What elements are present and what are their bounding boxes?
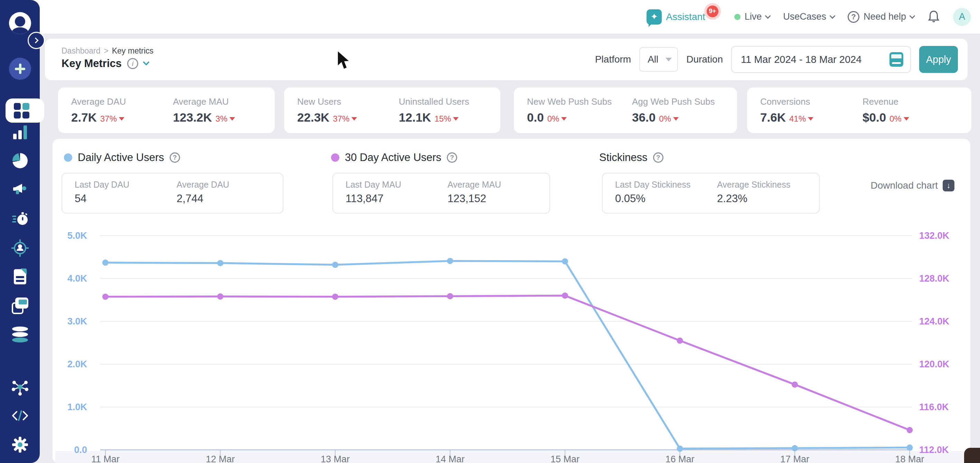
chevron-down-icon <box>829 13 835 19</box>
breadcrumb-root[interactable]: Dashboard <box>62 46 100 56</box>
mouse-cursor <box>337 50 352 72</box>
platform-select[interactable]: All <box>639 47 678 72</box>
info-icon[interactable]: i <box>127 58 138 69</box>
page-header-panel: Dashboard > Key metrics Key Metrics i Pl… <box>45 39 967 80</box>
bell-icon <box>928 10 940 24</box>
usecases-label: UseCases <box>783 11 826 22</box>
user-avatar[interactable]: A <box>953 8 971 26</box>
assistant-menu-item[interactable]: ✦ Assistant 9+ <box>646 10 721 24</box>
page-title: Key Metrics <box>62 57 122 70</box>
help-question-icon[interactable]: ? <box>653 153 663 163</box>
data-point[interactable] <box>217 260 224 266</box>
data-point[interactable] <box>217 293 224 299</box>
bar-chart-icon <box>13 126 27 139</box>
sidebar-item-content[interactable] <box>0 265 40 289</box>
live-status-dot <box>734 14 741 20</box>
select-caret-icon <box>665 58 672 62</box>
plus-icon <box>15 64 25 74</box>
data-point[interactable] <box>677 337 683 344</box>
sidebar-item-templates[interactable] <box>0 294 40 318</box>
live-label: Live <box>745 11 762 22</box>
help-question-icon[interactable]: ? <box>170 153 180 163</box>
x-axis-label: 15 Mar <box>550 454 579 463</box>
data-point[interactable] <box>332 262 338 268</box>
data-point[interactable] <box>907 427 913 433</box>
chat-launcher-corner[interactable] <box>964 448 980 463</box>
sidebar-item-integrations[interactable] <box>0 375 40 399</box>
data-point[interactable] <box>332 294 338 300</box>
sidebar-item-settings[interactable] <box>0 433 40 457</box>
live-env-dropdown[interactable]: Live <box>734 11 770 22</box>
notifications-button[interactable] <box>928 10 940 24</box>
document-icon <box>14 269 26 284</box>
data-point[interactable] <box>447 293 453 299</box>
kpi-metric: Agg Web Push Subs 36.0 0% <box>632 96 737 124</box>
delta-down-icon <box>808 117 813 121</box>
sidebar-item-developer[interactable] <box>0 404 40 428</box>
sidebar-collapse-button[interactable] <box>28 32 45 49</box>
delta-down-icon <box>229 117 235 121</box>
sidebar-item-analytics[interactable] <box>0 120 40 145</box>
stickiness-stats-box: Last Day Stickiness0.05% Average Stickin… <box>602 173 820 213</box>
left-axis-tick: 5.0K <box>67 231 88 241</box>
x-axis-label: 18 Mar <box>895 454 924 463</box>
create-new-button[interactable] <box>9 58 31 80</box>
platform-label: Platform <box>595 54 631 65</box>
delta-badge: 37% <box>100 114 124 124</box>
sidebar-item-data[interactable] <box>0 322 40 347</box>
kpi-metric: New Web Push Subs 0.0 0% <box>527 96 632 124</box>
data-point[interactable] <box>447 258 453 264</box>
x-axis-label: 17 Mar <box>780 454 809 463</box>
mau-section-title: 30 Day Active Users <box>345 151 441 164</box>
mau-line <box>105 296 910 430</box>
data-point[interactable] <box>677 445 683 452</box>
sidebar-nav <box>0 0 40 463</box>
right-axis-tick: 116.0K <box>919 402 949 412</box>
sidebar-item-audience[interactable] <box>0 236 40 260</box>
usecases-dropdown[interactable]: UseCases <box>783 11 835 22</box>
chevron-down-icon <box>765 13 771 19</box>
need-help-dropdown[interactable]: ? Need help <box>848 11 914 23</box>
apply-button[interactable]: Apply <box>919 46 958 73</box>
kpi-card-webpush: New Web Push Subs 0.0 0% Agg Web Push Su… <box>514 88 737 133</box>
sidebar-item-flows[interactable] <box>0 207 40 231</box>
assistant-label: Assistant <box>666 11 705 22</box>
delta-badge: 15% <box>434 114 458 124</box>
calendar-icon <box>889 52 903 67</box>
title-chevron-down-icon[interactable] <box>143 59 150 66</box>
delta-down-icon <box>119 117 124 121</box>
date-range-input[interactable]: 11 Mar 2024 - 18 Mar 2024 <box>731 46 911 73</box>
sidebar-item-segments[interactable] <box>0 149 40 173</box>
delta-down-icon <box>453 117 458 121</box>
sidebar-item-campaigns[interactable] <box>0 177 40 201</box>
delta-badge: 37% <box>333 114 357 124</box>
x-axis-label: 12 Mar <box>205 454 235 463</box>
data-point[interactable] <box>562 293 568 299</box>
right-axis-tick: 112.0K <box>919 445 949 455</box>
sidebar-item-dashboard-active[interactable] <box>6 99 44 123</box>
left-axis-tick: 2.0K <box>67 359 88 369</box>
data-point[interactable] <box>562 258 568 264</box>
download-icon: ↓ <box>943 180 955 191</box>
help-question-icon[interactable]: ? <box>447 153 457 163</box>
right-axis-tick: 120.0K <box>919 359 950 369</box>
delta-badge: 0% <box>547 114 567 124</box>
delta-badge: 3% <box>215 114 235 124</box>
download-chart-label: Download chart <box>870 180 938 191</box>
mau-section-header: 30 Day Active Users ? <box>331 151 457 164</box>
download-chart-button[interactable]: Download chart ↓ <box>870 180 955 191</box>
data-point[interactable] <box>907 444 913 450</box>
kpi-card-users: New Users 22.3K 37% Uninstalled Users 12… <box>284 88 500 133</box>
kpi-metric: Conversions 7.6K 41% <box>760 96 862 124</box>
gear-icon <box>11 436 29 453</box>
data-point[interactable] <box>102 294 108 300</box>
stickiness-section-header: Stickiness ? <box>599 151 663 164</box>
data-point[interactable] <box>792 445 798 451</box>
chevron-right-icon <box>33 38 39 43</box>
data-point[interactable] <box>102 259 108 266</box>
dau-section-header: Daily Active Users ? <box>64 151 180 164</box>
notification-count-badge: 9+ <box>707 6 718 17</box>
data-point[interactable] <box>792 382 798 388</box>
app-logo[interactable] <box>9 12 31 34</box>
top-bar: ✦ Assistant 9+ Live UseCases ? Need help <box>0 0 980 33</box>
